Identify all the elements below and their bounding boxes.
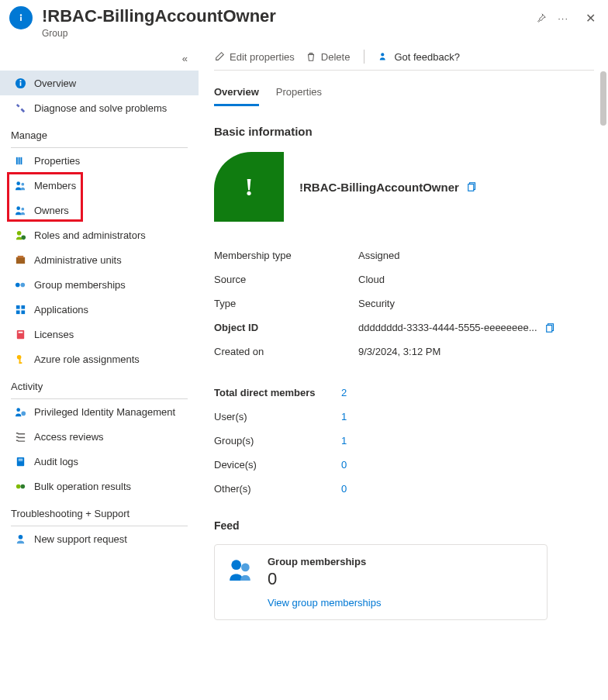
count-row-other: Other(s) 0 [214, 477, 594, 501]
collapse-sidebar-button[interactable]: « [0, 50, 199, 71]
svg-point-35 [382, 53, 385, 56]
info-row-type: Type Security [214, 291, 594, 316]
info-row-created-on: Created on 9/3/2024, 3:12 PM [214, 340, 594, 364]
feed-section: Feed Group memberships 0 View group memb… [214, 519, 594, 620]
count-value[interactable]: 2 [341, 387, 347, 398]
svg-point-8 [16, 181, 20, 185]
sidebar-section-support: Troubleshooting + Support [0, 498, 199, 522]
people-icon [14, 204, 26, 216]
sidebar-item-diagnose[interactable]: Diagnose and solve problems [0, 95, 199, 120]
svg-point-41 [241, 564, 250, 572]
svg-point-13 [21, 235, 26, 240]
sidebar-item-admin-units[interactable]: Administrative units [0, 247, 199, 272]
svg-rect-23 [18, 331, 22, 333]
svg-rect-1 [20, 17, 22, 21]
sidebar-item-label: Bulk operation results [34, 481, 131, 492]
info-value: dddddddd-3333-4444-5555-eeeeeeee... [358, 322, 537, 333]
svg-point-11 [21, 207, 24, 210]
svg-rect-30 [18, 458, 22, 459]
count-value[interactable]: 1 [341, 411, 347, 422]
sidebar-item-pim[interactable]: Privileged Identity Management [0, 399, 199, 424]
svg-point-27 [16, 408, 20, 412]
sidebar-item-licenses[interactable]: Licenses [0, 322, 199, 347]
count-label: User(s) [214, 411, 341, 422]
sidebar-item-bulk[interactable]: Bulk operation results [0, 474, 199, 498]
info-row-membership-type: Membership type Assigned [214, 243, 594, 267]
counts-table: Total direct members 2 User(s) 1 Group(s… [214, 381, 594, 501]
info-value: 9/3/2024, 3:12 PM [358, 346, 594, 357]
info-label: Type [214, 298, 358, 309]
info-row-object-id: Object ID dddddddd-3333-4444-5555-eeeeee… [214, 316, 594, 340]
edit-properties-button[interactable]: Edit properties [214, 51, 295, 63]
apps-icon [14, 303, 26, 316]
group-summary: ! !RBAC-BillingAccountOwner [214, 152, 594, 222]
svg-rect-4 [19, 82, 21, 86]
info-value: Security [358, 298, 594, 309]
count-value[interactable]: 0 [341, 459, 347, 471]
pin-icon[interactable] [536, 13, 547, 24]
sidebar-item-label: Azure role assignments [34, 353, 140, 365]
sidebar-item-roles[interactable]: Roles and administrators [0, 222, 199, 247]
info-label: Membership type [214, 250, 358, 261]
svg-point-12 [16, 230, 21, 235]
svg-rect-5 [16, 157, 17, 164]
sidebar-item-group-memberships[interactable]: Group memberships [0, 272, 199, 297]
count-row-total: Total direct members 2 [214, 381, 594, 405]
tab-overview[interactable]: Overview [214, 81, 259, 106]
sidebar-item-label: New support request [34, 533, 127, 545]
tabs: Overview Properties [214, 77, 594, 106]
feedback-button[interactable]: Got feedback? [378, 51, 460, 63]
wrench-icon [14, 102, 26, 114]
sidebar-item-audit-logs[interactable]: Audit logs [0, 449, 199, 474]
sidebar-item-label: Owners [34, 205, 69, 216]
command-bar: Edit properties Delete Got feedback? [214, 48, 594, 70]
blade-header: !RBAC-BillingAccountOwner Group ··· ✕ [0, 0, 608, 43]
count-label: Other(s) [214, 483, 341, 495]
info-row-source: Source Cloud [214, 267, 594, 291]
copy-objectid-button[interactable] [545, 322, 556, 333]
main-content: Edit properties Delete Got feedback? Ove… [199, 43, 608, 700]
svg-point-34 [18, 534, 22, 539]
sidebar-item-label: Overview [34, 78, 76, 89]
count-value[interactable]: 0 [341, 483, 347, 495]
svg-point-33 [20, 484, 25, 488]
sidebar-item-azure-role[interactable]: Azure role assignments [0, 347, 199, 371]
sidebar-item-label: Administrative units [34, 254, 122, 266]
sidebar-item-access-reviews[interactable]: Access reviews [0, 424, 199, 449]
scrollbar-thumb[interactable] [600, 71, 606, 126]
svg-rect-21 [21, 310, 25, 314]
sidebar-item-owners[interactable]: Owners [0, 198, 199, 222]
sidebar-item-members[interactable]: Members [0, 173, 199, 198]
sidebar-item-support-request[interactable]: New support request [0, 526, 199, 551]
feed-card-link[interactable]: View group memberships [268, 597, 381, 609]
svg-point-9 [21, 182, 24, 185]
group-memberships-icon [227, 556, 254, 582]
tab-properties[interactable]: Properties [276, 81, 322, 106]
svg-rect-7 [20, 157, 22, 164]
divider [214, 70, 594, 71]
svg-rect-19 [21, 305, 25, 309]
role-icon [14, 229, 26, 241]
sidebar-item-overview[interactable]: Overview [0, 71, 199, 95]
svg-point-32 [16, 484, 20, 488]
svg-rect-37 [468, 184, 474, 191]
sidebar-item-label: Licenses [34, 329, 74, 340]
svg-point-16 [15, 282, 19, 287]
more-icon[interactable]: ··· [558, 12, 568, 24]
book-icon [14, 455, 26, 467]
properties-icon [14, 154, 26, 167]
sidebar-item-applications[interactable]: Applications [0, 297, 199, 322]
divider [364, 50, 364, 64]
delete-button[interactable]: Delete [306, 51, 351, 63]
sidebar-section-manage: Manage [0, 120, 199, 144]
close-button[interactable]: ✕ [586, 11, 596, 26]
sidebar-item-label: Audit logs [34, 456, 78, 467]
count-label: Total direct members [214, 387, 341, 398]
info-label: Source [214, 274, 358, 285]
count-value[interactable]: 1 [341, 435, 347, 447]
info-icon [14, 77, 26, 89]
button-label: Edit properties [230, 51, 295, 63]
svg-rect-22 [16, 329, 23, 338]
sidebar-item-properties[interactable]: Properties [0, 148, 199, 173]
copy-name-button[interactable] [467, 181, 478, 192]
